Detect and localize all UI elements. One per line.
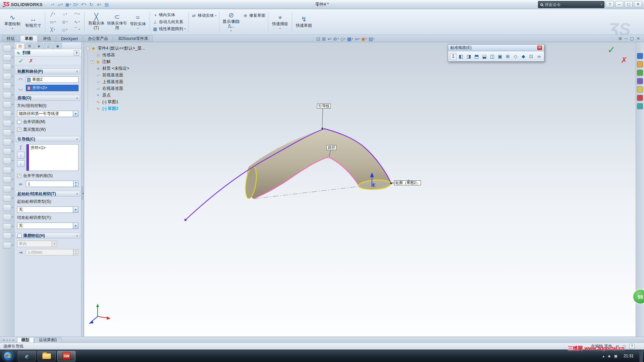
- model-tab[interactable]: 模型: [17, 337, 34, 343]
- doc-close-icon[interactable]: ✕: [637, 36, 640, 41]
- tab-scroll-first-icon[interactable]: «: [3, 338, 5, 342]
- left-toolbar-icon[interactable]: [3, 139, 11, 145]
- start-tangency-dropdown[interactable]: 无 ▼: [17, 206, 78, 213]
- graphics-area[interactable]: − ◆ 零件4 (默认<<默认>_显... ◎ 传感器 + ▣ 注解 ◈: [84, 42, 636, 337]
- undo-button[interactable]: ↶▾: [80, 1, 87, 8]
- tree-item-part[interactable]: − ◆ 零件4 (默认<<默认>_显...: [86, 45, 145, 52]
- left-toolbar-icon[interactable]: [3, 176, 11, 183]
- confirm-ok-icon[interactable]: ✓: [607, 44, 615, 55]
- appearances-icon[interactable]: [637, 86, 643, 93]
- top-view-icon[interactable]: ◫: [489, 53, 495, 60]
- show-desktop-button[interactable]: [640, 350, 643, 362]
- open-file-button[interactable]: ▱▾: [57, 1, 64, 8]
- tab-sketch[interactable]: 草图: [20, 35, 38, 42]
- spinner-down-icon[interactable]: ▼: [73, 184, 78, 187]
- left-toolbar-icon[interactable]: [3, 233, 11, 239]
- section-view-icon[interactable]: ⊘▾: [333, 36, 338, 42]
- tree-item-material[interactable]: ◈ 材质 <未指定>: [91, 65, 145, 72]
- repair-sketch-button[interactable]: ⊕修复草图: [243, 13, 265, 18]
- link-views-icon[interactable]: ∞: [536, 53, 542, 60]
- tab-office-products[interactable]: 办公室产品: [83, 35, 113, 42]
- tab-scroll-prev-icon[interactable]: ‹: [6, 338, 8, 342]
- tab-evaluate[interactable]: 评估: [38, 35, 56, 42]
- solidworks-taskbar-button[interactable]: SW: [57, 351, 75, 361]
- chevron-down-icon[interactable]: ▾: [601, 3, 602, 6]
- left-toolbar-icon[interactable]: [3, 242, 11, 249]
- restore-button[interactable]: ▢: [625, 1, 633, 7]
- line-tool-button[interactable]: ╱▾: [47, 10, 59, 18]
- checkbox-icon[interactable]: [17, 234, 21, 238]
- display-manager-tab[interactable]: ◉: [53, 43, 62, 49]
- tab-3dsource-library[interactable]: 3DSource零件库: [113, 35, 153, 42]
- left-toolbar-icon[interactable]: [3, 82, 11, 89]
- spline-tool-button[interactable]: ∿▾: [71, 18, 83, 26]
- file-explorer-icon[interactable]: [637, 70, 643, 76]
- section-header-tangency[interactable]: 起始处/结束处相切(T) ∧: [15, 191, 80, 197]
- confirm-cancel-icon[interactable]: ✗: [621, 56, 627, 65]
- left-view-icon[interactable]: ⬒: [473, 53, 480, 60]
- back-view-icon[interactable]: ◨: [466, 53, 472, 60]
- collapse-box-icon[interactable]: −: [86, 47, 89, 50]
- display-style-icon[interactable]: ▦▾: [347, 36, 353, 42]
- tree-item-sketch2[interactable]: ∿ (-) 草图2: [91, 105, 145, 112]
- show-preview-checkbox[interactable]: ✓ 显示预览(W): [17, 127, 78, 132]
- tree-item-top-plane[interactable]: ▱ 上视基准面: [91, 78, 145, 85]
- end-tangency-dropdown[interactable]: 无 ▼: [17, 223, 78, 229]
- auto-relations-button[interactable]: ⊥自动几何关系: [153, 19, 186, 25]
- display-delete-relations-button[interactable]: ⊘ 显示/删除几... ▾: [221, 10, 241, 34]
- path-selection-field[interactable]: 开环<2>: [26, 85, 78, 91]
- section-header-thin-feature[interactable]: 薄壁特征(H) ∧: [15, 233, 80, 239]
- properties-button[interactable]: ▤: [103, 1, 110, 8]
- tray-expand-icon[interactable]: ▴: [603, 354, 605, 358]
- spinner-up-icon[interactable]: ▲: [73, 181, 78, 184]
- profile-selection-field[interactable]: 草图2: [26, 76, 78, 83]
- left-toolbar-icon[interactable]: [3, 73, 11, 80]
- left-toolbar-icon[interactable]: [3, 129, 11, 136]
- bottom-view-icon[interactable]: ▣: [497, 53, 503, 60]
- tree-item-front-plane[interactable]: ▱ 前视基准面: [91, 72, 145, 78]
- guide-curve-item[interactable]: 开环<1>: [31, 145, 77, 151]
- front-view-icon[interactable]: ◧: [458, 53, 464, 60]
- doc-minimize-icon[interactable]: ─: [625, 36, 628, 41]
- thin-thickness-field[interactable]: 1.00mm ▲▼: [26, 249, 78, 255]
- tab-scroll-last-icon[interactable]: »: [12, 338, 14, 342]
- orientation-dropdown[interactable]: 随路径和第一引导线变 ▼: [17, 111, 78, 117]
- design-library-icon[interactable]: [637, 61, 643, 67]
- model-canvas[interactable]: [84, 42, 636, 337]
- previous-view-icon[interactable]: ↩: [327, 36, 331, 42]
- left-toolbar-icon[interactable]: [3, 148, 11, 155]
- expand-box-icon[interactable]: +: [91, 60, 94, 63]
- left-toolbar-icon[interactable]: [3, 54, 11, 61]
- guide-curves-list[interactable]: 开环<1>: [26, 144, 78, 171]
- section-header-profile-path[interactable]: 轮廓和路径(P) ∧: [15, 68, 80, 74]
- splitter-collapse-icon[interactable]: ◂: [82, 186, 84, 200]
- tree-item-right-plane[interactable]: ▱ 右视基准面: [91, 85, 145, 92]
- tree-item-sketch1[interactable]: ∿ (-) 草图1: [91, 99, 145, 105]
- tray-volume-icon[interactable]: ▣: [614, 354, 618, 358]
- rapid-sketch-button[interactable]: ↯ 快速草图: [293, 10, 314, 34]
- apply-scene-icon[interactable]: ▤▾: [369, 36, 375, 42]
- tree-item-sensors[interactable]: ◎ 传感器: [91, 52, 145, 58]
- isometric-view-icon[interactable]: ⊞: [504, 53, 511, 60]
- left-toolbar-icon[interactable]: [3, 186, 11, 192]
- resources-icon[interactable]: [637, 53, 643, 59]
- right-view-icon[interactable]: ⬓: [481, 53, 488, 60]
- tree-item-annotations[interactable]: + ▣ 注解: [91, 58, 145, 65]
- guide-curve-callout[interactable]: 引导线: [317, 104, 331, 109]
- save-button[interactable]: ▣▾: [65, 1, 71, 8]
- mirror-entities-button[interactable]: ◑镜向实体: [153, 12, 186, 18]
- help-icon[interactable]: ?: [74, 50, 79, 56]
- merge-tangent-checkbox[interactable]: 合并切面(M): [17, 119, 78, 125]
- minimize-button[interactable]: ─: [615, 1, 623, 7]
- search-input[interactable]: [545, 2, 599, 7]
- left-toolbar-icon[interactable]: [3, 45, 11, 52]
- close-button[interactable]: ✕: [634, 1, 642, 7]
- close-icon[interactable]: ✕: [537, 46, 542, 50]
- left-toolbar-icon[interactable]: [3, 120, 11, 127]
- left-toolbar-icon[interactable]: [3, 158, 11, 164]
- left-toolbar-icon[interactable]: [3, 111, 11, 117]
- scenes-icon[interactable]: [637, 95, 643, 101]
- standard-views-titlebar[interactable]: 标准视图(E) ✕: [448, 45, 544, 51]
- panel-splitter[interactable]: ◂: [82, 42, 84, 337]
- zoom-to-area-icon[interactable]: ⊞: [322, 36, 326, 42]
